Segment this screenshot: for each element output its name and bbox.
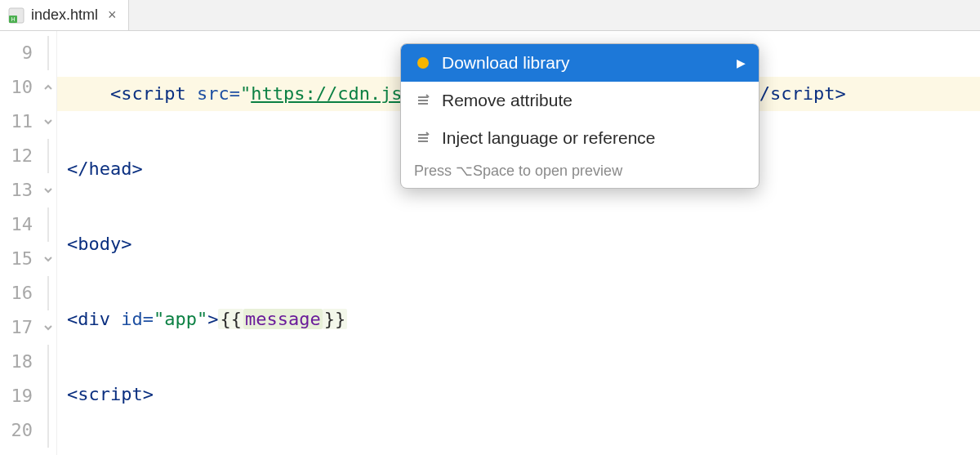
- line-number[interactable]: 13: [0, 173, 39, 207]
- brace: }}: [323, 309, 348, 329]
- attr: src=: [197, 83, 240, 104]
- line-number[interactable]: 15: [0, 242, 39, 276]
- attr: id=: [121, 309, 154, 329]
- menu-item-download-library[interactable]: Download library ▶: [401, 44, 759, 82]
- menu-hint: Press ⌥Space to open preview: [401, 157, 759, 188]
- line-number[interactable]: 18: [0, 345, 39, 379]
- fold-marker[interactable]: [39, 242, 56, 276]
- edit-icon: [414, 129, 432, 147]
- fold-marker[interactable]: [39, 105, 56, 139]
- line-number[interactable]: 20: [0, 413, 39, 448]
- edit-icon: [414, 91, 432, 109]
- line-gutter: 9 10 11 12 13 14 15 16 17 18 19 20: [0, 31, 39, 455]
- tagname: script: [121, 83, 197, 104]
- tagname: body: [78, 234, 121, 254]
- code-line[interactable]: <script>: [57, 377, 980, 412]
- quote: ": [240, 83, 251, 104]
- html-file-icon: H: [8, 7, 24, 24]
- menu-item-label: Inject language or reference: [442, 128, 746, 148]
- lightbulb-icon: [414, 54, 432, 72]
- fold-marker[interactable]: [39, 379, 56, 413]
- line-number[interactable]: 9: [0, 36, 39, 70]
- fold-marker[interactable]: [39, 413, 56, 448]
- angle: <: [67, 384, 78, 404]
- menu-item-label: Remove attribute: [442, 91, 746, 110]
- indent: [67, 83, 110, 104]
- fold-marker[interactable]: [39, 173, 56, 207]
- menu-item-label: Download library: [442, 53, 727, 73]
- line-number[interactable]: 10: [0, 70, 39, 105]
- angle: <: [110, 83, 121, 104]
- angle: >: [835, 83, 845, 104]
- code-line[interactable]: <body>: [57, 227, 980, 261]
- angle: >: [143, 384, 154, 404]
- tab-index-html[interactable]: H index.html ×: [0, 0, 129, 30]
- tagname: script: [78, 384, 142, 404]
- angle: <: [67, 309, 78, 329]
- angle: </: [67, 158, 89, 179]
- tab-bar: H index.html ×: [0, 0, 980, 31]
- line-number[interactable]: 16: [0, 276, 39, 310]
- fold-marker[interactable]: [39, 310, 56, 345]
- angle: >: [207, 309, 218, 329]
- fold-marker[interactable]: [39, 70, 56, 105]
- attr-val: app: [164, 309, 197, 329]
- code-line[interactable]: <div id="app">{{message}}: [57, 302, 980, 337]
- chevron-right-icon: ▶: [737, 56, 746, 69]
- line-number[interactable]: 17: [0, 310, 39, 345]
- line-number[interactable]: 11: [0, 105, 39, 139]
- line-number[interactable]: 19: [0, 379, 39, 413]
- svg-text:H: H: [11, 16, 15, 22]
- svg-point-3: [417, 57, 429, 69]
- fold-marker[interactable]: [39, 207, 56, 242]
- intention-menu: Download library ▶ Remove attribute Inje…: [400, 43, 760, 189]
- angle: >: [131, 158, 142, 179]
- quote: ": [154, 309, 164, 329]
- tagname: head: [89, 158, 132, 179]
- quote: ": [197, 309, 207, 329]
- angle: >: [121, 234, 131, 254]
- fold-column: [39, 31, 57, 455]
- tagname: script: [770, 83, 835, 104]
- fold-marker[interactable]: [39, 345, 56, 379]
- line-number[interactable]: 14: [0, 207, 39, 242]
- fold-marker[interactable]: [39, 139, 56, 173]
- line-number[interactable]: 12: [0, 139, 39, 173]
- fold-marker[interactable]: [39, 36, 56, 70]
- close-icon[interactable]: ×: [108, 7, 117, 24]
- var: message: [243, 309, 323, 329]
- menu-item-inject-language[interactable]: Inject language or reference: [401, 119, 759, 157]
- fold-marker[interactable]: [39, 276, 56, 310]
- brace: {{: [218, 309, 243, 329]
- tab-label: index.html: [31, 7, 98, 24]
- tagname: div: [78, 309, 121, 329]
- angle: <: [67, 234, 78, 254]
- menu-item-remove-attribute[interactable]: Remove attribute: [401, 82, 759, 119]
